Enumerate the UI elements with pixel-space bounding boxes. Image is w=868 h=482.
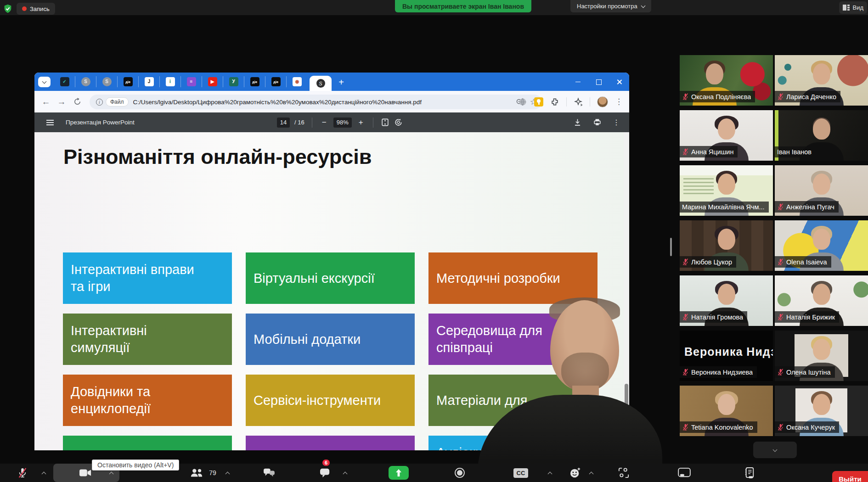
view-options-dropdown[interactable]: Настройки просмотра <box>570 0 651 12</box>
captions-chevron[interactable] <box>546 464 554 482</box>
slide-box: Аудіокнижки, подкасти <box>428 436 597 450</box>
reactions-chevron[interactable] <box>587 464 595 482</box>
participant-nametag: Любов Цукор <box>680 256 736 268</box>
participant-tile[interactable]: Наталія Громова <box>680 275 773 326</box>
page-info-icon[interactable]: i <box>96 99 103 106</box>
pdf-more-menu-icon[interactable]: ⋮ <box>613 118 620 127</box>
participant-tile[interactable]: Tetiana Konovalenko <box>680 386 773 436</box>
tab-emblem-icon: ◉ <box>293 77 302 86</box>
notes-button[interactable] <box>740 464 759 482</box>
participant-tile[interactable]: Анжеліна Пугач <box>775 165 868 216</box>
mute-microphone-button[interactable] <box>15 464 30 482</box>
participant-tile[interactable]: Іван Іванов <box>775 110 868 161</box>
window-minimize-button[interactable] <box>575 78 581 85</box>
new-tab-button[interactable]: + <box>335 76 347 88</box>
participant-tile[interactable]: Оксана Подліняєва <box>680 55 773 106</box>
globe-extension-icon[interactable] <box>518 97 527 106</box>
zoom-out-button[interactable]: − <box>320 118 329 127</box>
print-icon[interactable] <box>593 118 602 127</box>
zoom-level-value[interactable]: 98% <box>333 118 352 128</box>
pdf-scrollbar[interactable] <box>624 132 629 450</box>
active-tab[interactable]: S <box>310 76 332 91</box>
reactions-button[interactable] <box>568 464 583 482</box>
back-button[interactable]: ← <box>38 97 54 107</box>
fit-page-icon[interactable] <box>381 118 389 127</box>
participant-tile[interactable]: Лариса Дяченко <box>775 55 868 106</box>
participant-display-name: Вероника Нидз... <box>680 345 773 359</box>
stop-video-button[interactable] <box>77 464 94 482</box>
tab-diia-3-icon: дія <box>271 77 281 86</box>
download-icon[interactable] <box>573 118 582 127</box>
tab-list-purple-icon: ≡ <box>187 77 196 86</box>
page-number-input[interactable]: 14 <box>277 118 290 128</box>
mic-options-chevron[interactable] <box>39 464 48 482</box>
rotate-page-icon[interactable] <box>394 118 403 127</box>
share-up-arrow-icon <box>395 469 402 477</box>
record-button[interactable] <box>453 464 467 482</box>
bulb-extension-icon[interactable] <box>534 97 543 106</box>
sidebar-resize-handle[interactable] <box>670 238 672 256</box>
security-shield-icon[interactable] <box>3 4 13 14</box>
extensions-puzzle-icon[interactable] <box>550 97 559 106</box>
pdf-scroll-thumb[interactable] <box>625 384 628 412</box>
chat-button[interactable]: 6 <box>317 464 333 482</box>
participant-name: Іван Іванов <box>777 148 812 156</box>
tab-gray-s-icon: S <box>81 77 90 86</box>
address-bar[interactable]: i Файл C:/Users/lgiva/Desktop/Цифрова%20… <box>90 95 542 109</box>
tab-person-green-icon: i <box>166 77 175 86</box>
apps-button[interactable] <box>615 464 632 482</box>
participant-tile[interactable]: Олена Ішутіна <box>775 331 868 381</box>
window-maximize-button[interactable] <box>595 78 602 85</box>
more-participants-button[interactable] <box>753 442 797 458</box>
participants-chevron[interactable] <box>223 464 231 482</box>
participant-name: Оксана Подліняєва <box>691 93 751 101</box>
participant-tile[interactable]: Вероника Нидз...Вероника Нидзиева <box>680 331 773 381</box>
tab-u-green[interactable]: У <box>223 76 244 87</box>
browser-menu-icon[interactable]: ⋮ <box>615 97 623 106</box>
tab-diia-2[interactable]: дія <box>244 76 265 87</box>
participants-sidebar: Оксана ПодліняєваЛариса ДяченкоАнна Яциш… <box>680 55 868 436</box>
chat-bubbles-button[interactable] <box>261 464 277 482</box>
reload-button[interactable] <box>69 98 85 106</box>
tab-person-green[interactable]: i <box>160 76 181 87</box>
pdf-page: Різноманіття онлайн-ресурсів Інтерактивн… <box>34 132 629 450</box>
participants-button[interactable] <box>188 464 205 482</box>
share-screen-button[interactable] <box>386 464 411 482</box>
viewing-screen-banner: Вы просматриваете экран Іван Іванов <box>395 0 531 12</box>
chat-chevron[interactable] <box>341 464 349 482</box>
participant-name: Вероника Нидзиева <box>691 369 753 376</box>
participant-tile[interactable]: Olena Isaieva <box>775 220 868 271</box>
participant-tile[interactable]: Марина Михайлівна Ячм... <box>680 165 773 216</box>
forward-button[interactable]: → <box>54 97 69 107</box>
leave-meeting-button[interactable]: Выйти <box>832 471 868 482</box>
tab-gray-s[interactable]: S <box>75 76 96 87</box>
tab-script-j[interactable]: J <box>139 76 160 87</box>
sparkle-star-icon[interactable] <box>574 97 583 106</box>
tab-emblem[interactable]: ◉ <box>287 76 308 87</box>
profile-avatar[interactable] <box>597 96 608 107</box>
muted-mic-icon <box>777 258 784 266</box>
participant-tile[interactable]: Любов Цукор <box>680 220 773 271</box>
tab-search-button[interactable] <box>38 77 51 87</box>
participant-tile[interactable]: Оксана Кучерук <box>775 386 868 436</box>
view-menu-button[interactable]: Вид <box>839 1 867 14</box>
tab-diia-3[interactable]: дія <box>265 76 287 87</box>
tab-gray-s-2[interactable]: S <box>96 76 118 87</box>
captions-button[interactable]: CC <box>508 464 534 482</box>
muted-mic-icon <box>777 203 784 211</box>
browser-toolbar: ← → i Файл C:/Users/lgiva/Desktop/Цифров… <box>34 91 629 112</box>
url-text[interactable]: C:/Users/lgiva/Desktop/Цифрова%20грамотн… <box>133 99 512 106</box>
whiteboard-button[interactable] <box>675 464 693 482</box>
participant-nametag: Наталія Громова <box>680 311 747 323</box>
participant-tile[interactable]: Анна Яцишин <box>680 110 773 161</box>
tab-check-flag[interactable]: ✓ <box>54 76 75 87</box>
window-close-button[interactable] <box>616 78 623 85</box>
chevron-down-icon <box>641 3 645 8</box>
tab-youtube[interactable]: ▶ <box>202 76 223 87</box>
pdf-menu-icon[interactable] <box>46 120 54 125</box>
tab-diia[interactable]: дія <box>118 76 139 87</box>
participant-tile[interactable]: Наталія Брижик <box>775 275 868 326</box>
zoom-in-button[interactable]: + <box>356 118 366 127</box>
tab-list-purple[interactable]: ≡ <box>181 76 202 87</box>
recording-indicator[interactable]: Запись <box>17 3 55 15</box>
